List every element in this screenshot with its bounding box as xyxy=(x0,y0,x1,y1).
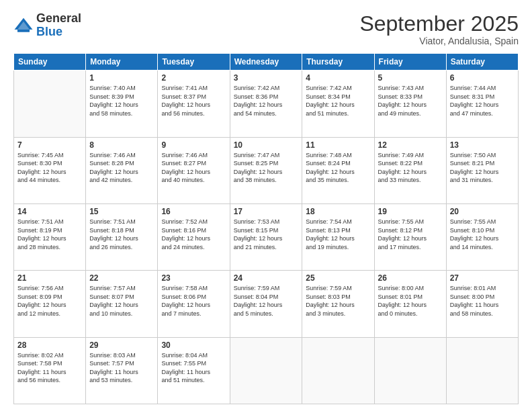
table-row: 24Sunrise: 7:59 AM Sunset: 8:04 PM Dayli… xyxy=(230,271,302,337)
title-block: September 2025 Viator, Andalusia, Spain xyxy=(359,12,519,46)
day-info: Sunrise: 7:50 AM Sunset: 8:21 PM Dayligh… xyxy=(450,151,515,185)
subtitle: Viator, Andalusia, Spain xyxy=(359,36,519,46)
table-row: 14Sunrise: 7:51 AM Sunset: 8:19 PM Dayli… xyxy=(14,203,86,270)
day-info: Sunrise: 7:56 AM Sunset: 8:09 PM Dayligh… xyxy=(17,284,82,318)
col-sunday: Sunday xyxy=(14,54,86,71)
day-info: Sunrise: 7:46 AM Sunset: 8:27 PM Dayligh… xyxy=(161,151,226,185)
day-info: Sunrise: 7:46 AM Sunset: 8:28 PM Dayligh… xyxy=(89,151,154,185)
day-number: 20 xyxy=(450,207,515,216)
table-row: 23Sunrise: 7:58 AM Sunset: 8:06 PM Dayli… xyxy=(158,271,230,337)
day-info: Sunrise: 7:55 AM Sunset: 8:10 PM Dayligh… xyxy=(450,218,515,251)
table-row: 20Sunrise: 7:55 AM Sunset: 8:10 PM Dayli… xyxy=(446,203,518,270)
day-number: 19 xyxy=(378,207,443,216)
day-number: 30 xyxy=(161,340,226,350)
day-number: 27 xyxy=(450,273,515,283)
day-info: Sunrise: 8:03 AM Sunset: 7:57 PM Dayligh… xyxy=(89,351,154,385)
calendar-week-row: 28Sunrise: 8:02 AM Sunset: 7:58 PM Dayli… xyxy=(14,337,519,404)
day-info: Sunrise: 7:42 AM Sunset: 8:34 PM Dayligh… xyxy=(306,84,370,118)
col-friday: Friday xyxy=(374,54,446,71)
day-info: Sunrise: 7:43 AM Sunset: 8:33 PM Dayligh… xyxy=(378,84,443,118)
header: General Blue September 2025 Viator, Anda… xyxy=(13,12,519,46)
table-row xyxy=(302,337,374,404)
table-row: 18Sunrise: 7:54 AM Sunset: 8:13 PM Dayli… xyxy=(302,203,374,270)
day-info: Sunrise: 8:02 AM Sunset: 7:58 PM Dayligh… xyxy=(17,351,82,385)
day-info: Sunrise: 7:47 AM Sunset: 8:25 PM Dayligh… xyxy=(234,151,299,185)
day-number: 17 xyxy=(234,207,299,216)
day-number: 24 xyxy=(234,273,299,283)
logo-icon xyxy=(13,15,34,36)
table-row: 16Sunrise: 7:52 AM Sunset: 8:16 PM Dayli… xyxy=(158,203,230,270)
day-number: 8 xyxy=(89,140,154,150)
table-row: 17Sunrise: 7:53 AM Sunset: 8:15 PM Dayli… xyxy=(230,203,302,270)
day-info: Sunrise: 7:49 AM Sunset: 8:22 PM Dayligh… xyxy=(378,151,443,185)
table-row xyxy=(230,337,302,404)
day-number: 26 xyxy=(378,273,443,283)
table-row: 1Sunrise: 7:40 AM Sunset: 8:39 PM Daylig… xyxy=(86,71,158,137)
day-info: Sunrise: 8:00 AM Sunset: 8:01 PM Dayligh… xyxy=(378,284,443,318)
logo-text: General Blue xyxy=(36,12,81,39)
day-number: 11 xyxy=(306,140,370,150)
calendar-header-row: Sunday Monday Tuesday Wednesday Thursday… xyxy=(14,54,519,71)
day-number: 15 xyxy=(89,207,154,216)
table-row: 10Sunrise: 7:47 AM Sunset: 8:25 PM Dayli… xyxy=(230,137,302,203)
day-number: 28 xyxy=(17,340,82,350)
col-tuesday: Tuesday xyxy=(158,54,230,71)
table-row: 13Sunrise: 7:50 AM Sunset: 8:21 PM Dayli… xyxy=(446,137,518,203)
day-number: 14 xyxy=(17,207,82,216)
table-row: 5Sunrise: 7:43 AM Sunset: 8:33 PM Daylig… xyxy=(374,71,446,137)
table-row: 2Sunrise: 7:41 AM Sunset: 8:37 PM Daylig… xyxy=(158,71,230,137)
table-row: 6Sunrise: 7:44 AM Sunset: 8:31 PM Daylig… xyxy=(446,71,518,137)
day-info: Sunrise: 7:51 AM Sunset: 8:18 PM Dayligh… xyxy=(89,218,154,251)
day-info: Sunrise: 7:54 AM Sunset: 8:13 PM Dayligh… xyxy=(306,218,370,251)
calendar-week-row: 7Sunrise: 7:45 AM Sunset: 8:30 PM Daylig… xyxy=(14,137,519,203)
calendar-week-row: 1Sunrise: 7:40 AM Sunset: 8:39 PM Daylig… xyxy=(14,71,519,137)
table-row: 11Sunrise: 7:48 AM Sunset: 8:24 PM Dayli… xyxy=(302,137,374,203)
table-row: 7Sunrise: 7:45 AM Sunset: 8:30 PM Daylig… xyxy=(14,137,86,203)
day-info: Sunrise: 7:59 AM Sunset: 8:03 PM Dayligh… xyxy=(306,284,370,318)
day-number: 3 xyxy=(234,73,299,83)
table-row: 29Sunrise: 8:03 AM Sunset: 7:57 PM Dayli… xyxy=(86,337,158,404)
table-row: 25Sunrise: 7:59 AM Sunset: 8:03 PM Dayli… xyxy=(302,271,374,337)
table-row: 30Sunrise: 8:04 AM Sunset: 7:55 PM Dayli… xyxy=(158,337,230,404)
table-row: 22Sunrise: 7:57 AM Sunset: 8:07 PM Dayli… xyxy=(86,271,158,337)
day-number: 5 xyxy=(378,73,443,83)
day-number: 16 xyxy=(161,207,226,216)
table-row: 4Sunrise: 7:42 AM Sunset: 8:34 PM Daylig… xyxy=(302,71,374,137)
day-number: 4 xyxy=(306,73,370,83)
table-row xyxy=(446,337,518,404)
table-row: 12Sunrise: 7:49 AM Sunset: 8:22 PM Dayli… xyxy=(374,137,446,203)
day-number: 2 xyxy=(161,73,226,83)
table-row: 27Sunrise: 8:01 AM Sunset: 8:00 PM Dayli… xyxy=(446,271,518,337)
col-saturday: Saturday xyxy=(446,54,518,71)
day-number: 7 xyxy=(17,140,82,150)
day-info: Sunrise: 7:51 AM Sunset: 8:19 PM Dayligh… xyxy=(17,218,82,251)
day-number: 9 xyxy=(161,140,226,150)
calendar-table: Sunday Monday Tuesday Wednesday Thursday… xyxy=(13,53,519,404)
day-info: Sunrise: 7:52 AM Sunset: 8:16 PM Dayligh… xyxy=(161,218,226,251)
page: General Blue September 2025 Viator, Anda… xyxy=(0,0,532,411)
col-monday: Monday xyxy=(86,54,158,71)
day-info: Sunrise: 7:48 AM Sunset: 8:24 PM Dayligh… xyxy=(306,151,370,185)
calendar-week-row: 21Sunrise: 7:56 AM Sunset: 8:09 PM Dayli… xyxy=(14,271,519,337)
day-number: 13 xyxy=(450,140,515,150)
day-number: 22 xyxy=(89,273,154,283)
day-info: Sunrise: 7:53 AM Sunset: 8:15 PM Dayligh… xyxy=(234,218,299,251)
table-row: 26Sunrise: 8:00 AM Sunset: 8:01 PM Dayli… xyxy=(374,271,446,337)
day-number: 1 xyxy=(89,73,154,83)
month-title: September 2025 xyxy=(359,12,519,36)
table-row xyxy=(374,337,446,404)
table-row xyxy=(14,71,86,137)
table-row: 28Sunrise: 8:02 AM Sunset: 7:58 PM Dayli… xyxy=(14,337,86,404)
table-row: 15Sunrise: 7:51 AM Sunset: 8:18 PM Dayli… xyxy=(86,203,158,270)
day-info: Sunrise: 8:01 AM Sunset: 8:00 PM Dayligh… xyxy=(450,284,515,318)
day-info: Sunrise: 7:59 AM Sunset: 8:04 PM Dayligh… xyxy=(234,284,299,318)
table-row: 9Sunrise: 7:46 AM Sunset: 8:27 PM Daylig… xyxy=(158,137,230,203)
day-number: 29 xyxy=(89,340,154,350)
day-info: Sunrise: 7:55 AM Sunset: 8:12 PM Dayligh… xyxy=(378,218,443,251)
col-thursday: Thursday xyxy=(302,54,374,71)
table-row: 19Sunrise: 7:55 AM Sunset: 8:12 PM Dayli… xyxy=(374,203,446,270)
logo: General Blue xyxy=(13,12,81,39)
day-number: 10 xyxy=(234,140,299,150)
day-info: Sunrise: 7:45 AM Sunset: 8:30 PM Dayligh… xyxy=(17,151,82,185)
col-wednesday: Wednesday xyxy=(230,54,302,71)
